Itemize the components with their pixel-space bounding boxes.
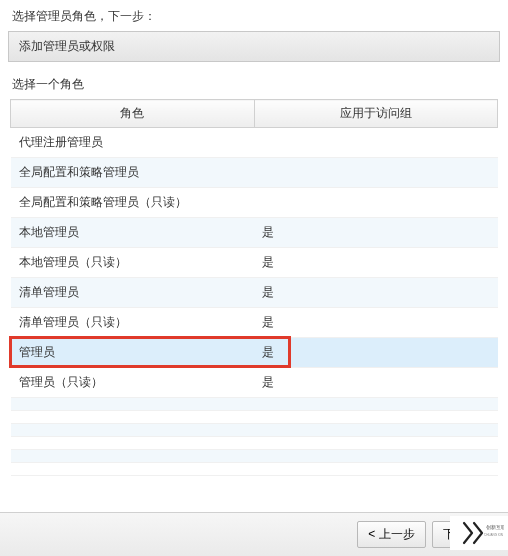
cell-apply: [254, 158, 498, 188]
table-row[interactable]: [11, 450, 498, 463]
cell-role: [11, 437, 255, 450]
table-row[interactable]: 本地管理员是: [11, 218, 498, 248]
table-row[interactable]: 清单管理员是: [11, 278, 498, 308]
cell-role: 清单管理员: [11, 278, 255, 308]
table-row[interactable]: 代理注册管理员: [11, 128, 498, 158]
cell-apply: [254, 128, 498, 158]
table-row[interactable]: [11, 463, 498, 476]
cell-role: 全局配置和策略管理员（只读）: [11, 188, 255, 218]
column-header-apply[interactable]: 应用于访问组: [254, 100, 498, 128]
prev-button[interactable]: < 上一步: [357, 521, 425, 548]
cell-apply: [254, 188, 498, 218]
cell-apply: [254, 437, 498, 450]
section-header: 添加管理员或权限: [8, 31, 500, 62]
cell-role: [11, 411, 255, 424]
table-row[interactable]: 本地管理员（只读）是: [11, 248, 498, 278]
cell-apply: [254, 424, 498, 437]
next-button[interactable]: 下一步 >: [432, 521, 500, 548]
page-title: 选择管理员角色，下一步：: [0, 0, 508, 29]
footer-bar: < 上一步 下一步 >: [0, 512, 508, 556]
roles-table-wrap: 角色 应用于访问组 代理注册管理员全局配置和策略管理员全局配置和策略管理员（只读…: [10, 99, 498, 476]
cell-role: 全局配置和策略管理员: [11, 158, 255, 188]
cell-apply: 是: [254, 278, 498, 308]
table-row[interactable]: 管理员是: [11, 338, 498, 368]
cell-apply: 是: [254, 248, 498, 278]
cell-apply: [254, 398, 498, 411]
column-header-role[interactable]: 角色: [11, 100, 255, 128]
subtitle: 选择一个角色: [0, 72, 508, 99]
table-row[interactable]: [11, 398, 498, 411]
cell-role: [11, 398, 255, 411]
table-row[interactable]: [11, 424, 498, 437]
roles-table: 角色 应用于访问组 代理注册管理员全局配置和策略管理员全局配置和策略管理员（只读…: [10, 99, 498, 476]
cell-role: [11, 450, 255, 463]
cell-role: [11, 463, 255, 476]
table-row[interactable]: [11, 437, 498, 450]
cell-role: 管理员: [11, 338, 255, 368]
cell-apply: 是: [254, 338, 498, 368]
cell-role: 清单管理员（只读）: [11, 308, 255, 338]
cell-role: 本地管理员: [11, 218, 255, 248]
cell-role: 管理员（只读）: [11, 368, 255, 398]
cell-role: [11, 424, 255, 437]
table-row[interactable]: [11, 411, 498, 424]
cell-apply: [254, 450, 498, 463]
cell-apply: 是: [254, 368, 498, 398]
cell-role: 代理注册管理员: [11, 128, 255, 158]
cell-apply: 是: [254, 218, 498, 248]
table-row[interactable]: 清单管理员（只读）是: [11, 308, 498, 338]
table-row[interactable]: 全局配置和策略管理员（只读）: [11, 188, 498, 218]
table-row[interactable]: 管理员（只读）是: [11, 368, 498, 398]
cell-apply: 是: [254, 308, 498, 338]
table-row[interactable]: 全局配置和策略管理员: [11, 158, 498, 188]
cell-apply: [254, 463, 498, 476]
cell-role: 本地管理员（只读）: [11, 248, 255, 278]
cell-apply: [254, 411, 498, 424]
